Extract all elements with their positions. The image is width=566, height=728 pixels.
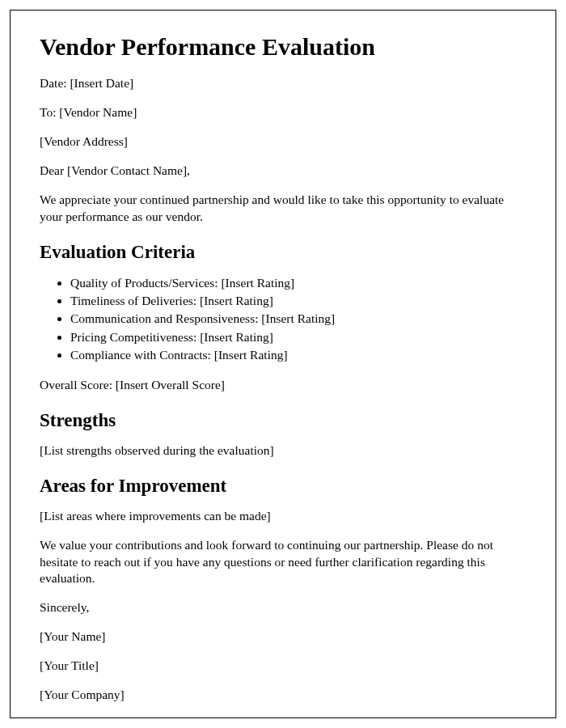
list-item: Timeliness of Deliveries: [Insert Rating… bbox=[70, 292, 526, 310]
date-line: Date: [Insert Date] bbox=[40, 75, 526, 92]
to-line: To: [Vendor Name] bbox=[40, 104, 526, 121]
list-item: Pricing Competitiveness: [Insert Rating] bbox=[70, 328, 526, 346]
page-title: Vendor Performance Evaluation bbox=[40, 33, 526, 61]
your-company: [Your Company] bbox=[40, 687, 526, 704]
list-item: Communication and Responsiveness: [Inser… bbox=[70, 310, 526, 328]
document-page: Vendor Performance Evaluation Date: [Ins… bbox=[10, 10, 556, 718]
overall-score: Overall Score: [Insert Overall Score] bbox=[40, 377, 526, 394]
salutation: Dear [Vendor Contact Name], bbox=[40, 163, 526, 180]
intro-paragraph: We appreciate your continued partnership… bbox=[40, 192, 526, 226]
closing-paragraph: We value your contributions and look for… bbox=[40, 537, 526, 588]
list-item: Compliance with Contracts: [Insert Ratin… bbox=[70, 346, 526, 364]
signoff: Sincerely, bbox=[40, 599, 526, 616]
your-contact: [Your Contact Information] bbox=[40, 716, 526, 718]
criteria-list: Quality of Products/Services: [Insert Ra… bbox=[70, 274, 526, 365]
strengths-heading: Strengths bbox=[40, 410, 526, 431]
improvements-heading: Areas for Improvement bbox=[40, 476, 526, 497]
address-line: [Vendor Address] bbox=[40, 133, 526, 150]
strengths-body: [List strengths observed during the eval… bbox=[40, 442, 526, 459]
criteria-heading: Evaluation Criteria bbox=[40, 242, 526, 263]
list-item: Quality of Products/Services: [Insert Ra… bbox=[70, 274, 526, 292]
your-name: [Your Name] bbox=[40, 629, 526, 645]
your-title: [Your Title] bbox=[40, 658, 526, 675]
improvements-body: [List areas where improvements can be ma… bbox=[40, 508, 526, 525]
